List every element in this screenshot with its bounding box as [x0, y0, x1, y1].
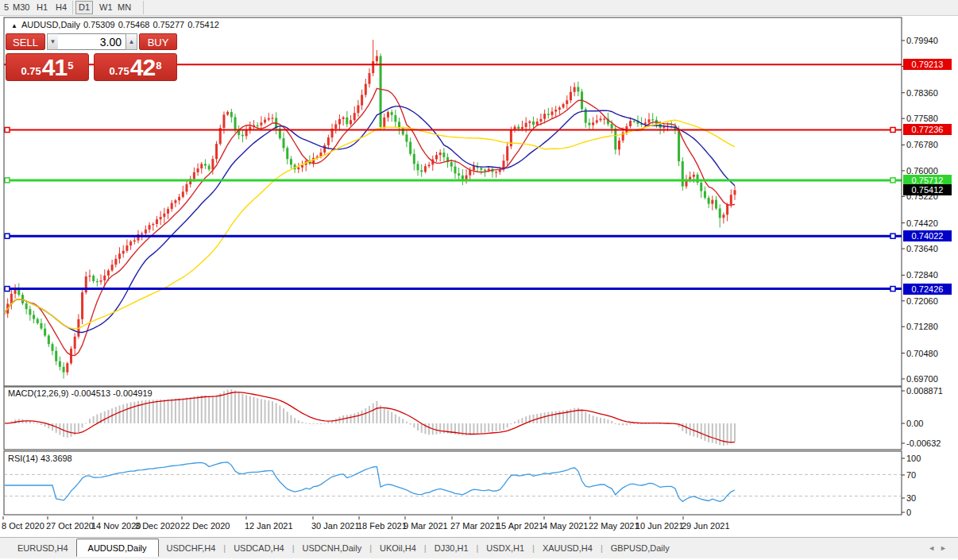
candle-body — [264, 120, 266, 123]
candle-body — [651, 119, 654, 120]
rsi-panel-border — [4, 451, 902, 515]
candle-body — [722, 214, 724, 218]
rsi-indicator-label: RSI(14) 43.3698 — [8, 454, 72, 463]
volume-increase-button[interactable]: ▲ — [126, 33, 137, 50]
candle-body — [63, 367, 65, 373]
chart-tab-gbpusd-daily[interactable]: GBPUSD,Daily — [603, 540, 678, 555]
candle-body — [521, 127, 523, 129]
hline-handle[interactable] — [890, 234, 895, 238]
candle-body — [734, 190, 736, 195]
volume-decrease-button[interactable]: ▼ — [47, 33, 59, 50]
buy-price-button[interactable]: 0.75428 — [94, 53, 177, 81]
tab-scroll-right-icon[interactable]: ► — [940, 544, 952, 552]
macd-histogram-bar — [156, 400, 157, 423]
candle-body — [48, 336, 50, 345]
buy-price-base: 0.75 — [110, 64, 129, 78]
ma-fast-line — [4, 88, 735, 355]
macd-axis-label: -0.00632 — [906, 438, 941, 448]
chart-tab-ukoil-h4[interactable]: UKOil,H4 — [372, 540, 424, 555]
chart-tab-xauusd-h4[interactable]: XAUUSD,H4 — [535, 540, 601, 555]
volume-input[interactable] — [58, 33, 126, 50]
buy-button[interactable]: BUY — [139, 33, 177, 50]
macd-histogram-bar — [168, 399, 169, 423]
candle-body — [167, 209, 169, 214]
rsi-panel-series — [4, 462, 902, 501]
candle-body — [107, 271, 110, 276]
tab-scroll-arrows: ◄► — [928, 544, 952, 552]
hline-handle[interactable] — [5, 127, 10, 132]
macd-histogram-bar — [589, 414, 590, 423]
candle-body — [346, 118, 348, 125]
chart-tab-dj30-h1[interactable]: DJ30,H1 — [427, 540, 477, 555]
macd-histogram-bar — [682, 423, 683, 431]
macd-histogram-bar — [227, 389, 229, 423]
price-chart-canvas[interactable] — [0, 0, 958, 560]
candle-body — [334, 124, 337, 129]
candle-body — [163, 214, 165, 217]
hline-handle[interactable] — [890, 178, 895, 183]
candle-body — [525, 123, 527, 127]
ohlc-open: 0.75309 — [83, 20, 115, 29]
chart-tab-audusd-daily[interactable]: AUDUSD,Daily — [76, 539, 159, 557]
candle-body — [442, 153, 445, 157]
macd-histogram-bar — [581, 409, 583, 423]
macd-histogram-bar — [265, 400, 266, 423]
candle-body — [25, 303, 28, 309]
rsi-line — [4, 462, 735, 501]
sell-price-button[interactable]: 0.75415 — [6, 53, 89, 81]
candle-body — [682, 161, 684, 187]
candle-body — [85, 276, 87, 292]
macd-histogram-bar — [137, 401, 139, 423]
macd-histogram-bar — [190, 397, 191, 423]
macd-histogram-bar — [618, 423, 620, 425]
candle-body — [208, 166, 211, 170]
candle-body — [357, 106, 359, 114]
macd-histogram-bar — [179, 399, 180, 423]
hline-handle[interactable] — [5, 287, 10, 292]
macd-histogram-bar — [353, 413, 355, 423]
chart-tab-usdcnh-daily[interactable]: USDCNH,Daily — [295, 540, 370, 555]
candle-body — [439, 153, 442, 155]
candle-body — [603, 118, 605, 119]
macd-histogram-bar — [56, 423, 57, 433]
candle-body — [156, 219, 158, 224]
chart-symbol-period: AUDUSD,Daily — [21, 20, 80, 29]
sell-button[interactable]: SELL — [6, 33, 45, 50]
candle-body — [554, 110, 557, 111]
candle-body — [570, 92, 572, 101]
hline-handle[interactable] — [5, 234, 10, 238]
chart-tab-usdchf-h4[interactable]: USDCHF,H4 — [159, 540, 224, 555]
macd-histogram-bar — [719, 423, 720, 445]
ma-slow-line — [4, 120, 735, 329]
macd-histogram-bar — [182, 398, 183, 423]
macd-histogram-bar — [261, 399, 262, 423]
ohlc-close: 0.75412 — [187, 20, 219, 29]
candle-body — [342, 118, 345, 119]
candle-body — [193, 172, 195, 179]
collapse-arrow-icon[interactable]: ▲ — [11, 22, 17, 29]
hline-handle[interactable] — [5, 178, 10, 183]
candle-body — [141, 234, 143, 234]
candle-body — [365, 84, 367, 95]
chart-tab-usdcad-h4[interactable]: USDCAD,H4 — [226, 540, 292, 555]
hline-handle[interactable] — [890, 287, 895, 292]
candle-body — [88, 276, 91, 276]
macd-histogram-bar — [309, 423, 311, 424]
candle-body — [338, 119, 341, 125]
chart-tab-eurusd-h4[interactable]: EURUSD,H4 — [10, 540, 76, 555]
hline-handle[interactable] — [890, 127, 895, 132]
level-price-badge: 0.77236 — [903, 124, 952, 135]
candle-body — [611, 124, 613, 129]
price-axis-label: 0.71280 — [906, 322, 938, 331]
candle-body — [92, 276, 95, 281]
macd-histogram-bar — [593, 415, 594, 423]
tab-scroll-left-icon[interactable]: ◄ — [928, 544, 940, 552]
macd-histogram-bar — [175, 399, 176, 423]
chart-tab-usdx-h1[interactable]: USDX,H1 — [478, 540, 532, 555]
candle-body — [662, 127, 665, 128]
macd-histogram-bar — [324, 423, 326, 424]
candle-body — [283, 138, 285, 148]
candle-body — [730, 195, 732, 204]
macd-histogram-bar — [701, 423, 702, 439]
macd-histogram-bar — [630, 423, 632, 424]
